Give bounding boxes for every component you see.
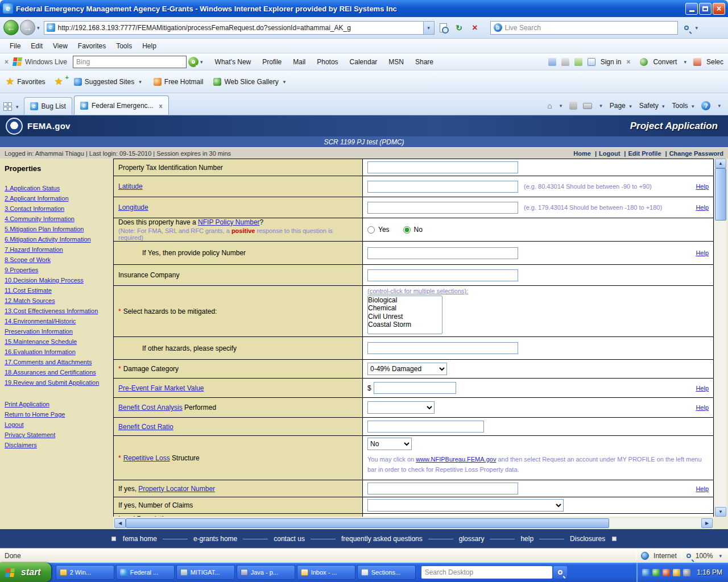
safety-menu-button[interactable]: Safety ▾ (639, 102, 667, 110)
other-hazards-input[interactable] (367, 342, 518, 354)
refresh-button[interactable]: ↻ (452, 21, 466, 35)
benefit-cost-ratio-link[interactable]: Benefit Cost Ratio (118, 423, 173, 431)
sidebar-item[interactable]: 19.Review and Submit Application (5, 377, 109, 388)
zoom-level[interactable]: 100% (696, 552, 713, 560)
benefit-cost-analysis-link[interactable]: Benefit Cost Analysis (118, 404, 183, 411)
share-icon[interactable] (548, 58, 556, 66)
nfip-policy-number-link[interactable]: NFIP Policy Number (198, 218, 259, 226)
nfip-bureau-link[interactable]: www.NFIPBureau.FEMA.gov (416, 456, 496, 463)
tab-bug-list[interactable]: e Bug List (24, 97, 72, 115)
tray-messenger-icon[interactable] (683, 569, 690, 576)
sidebar-item[interactable]: 1.Application Status (5, 183, 109, 193)
insurance-company-input[interactable] (367, 269, 518, 281)
sidebar-action-link[interactable]: Print Application (5, 399, 109, 409)
help-link[interactable]: Help (696, 404, 709, 411)
print-icon[interactable] (583, 103, 592, 109)
scroll-up-icon[interactable]: ▲ (715, 159, 726, 168)
longitude-link[interactable]: Longitude (118, 203, 148, 211)
convert-button[interactable]: Convert (653, 58, 677, 66)
pre-event-value-input[interactable] (374, 382, 456, 394)
taskbar-item-inbox[interactable]: Inbox - ... (297, 565, 355, 580)
policy-number-input[interactable] (367, 247, 518, 259)
sidebar-item[interactable]: 9.Properties (5, 265, 109, 275)
search-options-icon[interactable]: ▾ (696, 25, 698, 31)
select-button[interactable]: Selec (706, 58, 723, 66)
repetitive-loss-link[interactable]: Repetitive Loss (123, 454, 170, 462)
footer-link[interactable]: glossary (459, 535, 521, 543)
bca-performed-select[interactable] (367, 401, 435, 414)
help-link[interactable]: Help (696, 485, 709, 492)
taskbar-item-mitigation[interactable]: MITIGAT... (176, 565, 235, 580)
close-button[interactable]: × (713, 3, 725, 15)
property-locator-link[interactable]: Property Locator Number (138, 485, 215, 493)
favorites-label[interactable]: Favorites (17, 78, 45, 86)
help-link[interactable]: Help (696, 250, 709, 256)
live-toolbar-link[interactable]: What's New (215, 58, 251, 66)
sidebar-item[interactable]: 16.Evaluation Information (5, 347, 109, 357)
back-button[interactable]: ← (3, 20, 19, 35)
home-dropdown-icon[interactable]: ▾ (560, 103, 562, 109)
taskbar-item-java[interactable]: Java - p... (237, 565, 295, 580)
menu-item[interactable]: Help (137, 40, 162, 52)
sidebar-action-link[interactable]: Logout (5, 419, 109, 430)
footer-link[interactable]: Disclosures (570, 535, 605, 543)
menu-item[interactable]: File (5, 40, 26, 52)
live-search-input[interactable] (505, 24, 675, 32)
taskbar-item-explorer[interactable]: 2 Win... (56, 565, 114, 580)
nfip-no-radio[interactable] (403, 226, 411, 234)
number-of-claims-select[interactable] (367, 499, 564, 512)
sidebar-item[interactable]: 7.Hazard Information (5, 244, 109, 255)
live-toolbar-link[interactable]: Mail (293, 58, 305, 66)
menu-item[interactable]: Tools (111, 40, 137, 52)
url-box[interactable]: e (44, 21, 424, 35)
page-menu-button[interactable]: Page ▾ (610, 102, 634, 110)
taskbar-item-ie[interactable]: Federal ... (116, 565, 175, 580)
latitude-input[interactable] (367, 181, 518, 193)
property-locator-input[interactable] (367, 483, 518, 494)
vertical-scroll-thumb[interactable] (715, 168, 726, 221)
sidebar-item[interactable]: 6.Mitigation Activity Information (5, 234, 109, 244)
grid-icon[interactable] (561, 58, 569, 66)
property-tax-input[interactable] (367, 161, 518, 173)
footer-link[interactable]: help (520, 535, 570, 543)
tray-volume-icon[interactable] (673, 569, 680, 576)
sidebar-action-link[interactable]: Disclaimers (5, 440, 109, 450)
sidebar-action-link[interactable]: Privacy Statement (5, 430, 109, 440)
favorites-item-web-slice-gallery[interactable]: Web Slice Gallery ▾ (213, 78, 287, 86)
start-button[interactable]: start (0, 563, 51, 582)
horizontal-scrollbar[interactable]: ◀ ▶ (113, 517, 714, 529)
vertical-scrollbar[interactable]: ▲ ▼ (714, 159, 728, 529)
horizontal-scroll-thumb[interactable] (126, 518, 609, 528)
repetitive-loss-select[interactable]: No (367, 438, 412, 450)
sidebar-item[interactable]: 13.Cost Effectiveness Information (5, 306, 109, 316)
bing-search-box[interactable] (73, 56, 187, 68)
sidebar-item[interactable]: 15.Maintenance Schedule (5, 336, 109, 347)
footer-link[interactable]: frequently asked questions (341, 535, 459, 543)
add-favorite-icon[interactable]: ★+ (55, 76, 66, 88)
url-input[interactable] (58, 24, 421, 32)
menu-item[interactable]: Edit (26, 40, 48, 52)
live-toolbar-link[interactable]: Photos (317, 58, 338, 66)
sidebar-item[interactable]: 11.Cost Estimate (5, 285, 109, 296)
minimize-button[interactable] (685, 3, 698, 15)
url-dropdown-button[interactable]: ▾ (424, 21, 435, 35)
bing-go-button[interactable] (188, 57, 198, 67)
live-toolbar-link[interactable]: Share (415, 58, 433, 66)
footer-link[interactable]: contact us (274, 535, 341, 543)
sidebar-item[interactable]: 5.Mitigation Plan Information (5, 224, 109, 234)
session-link[interactable]: Logout (599, 150, 628, 157)
tab-federal-emergency[interactable]: e Federal Emergenc... x (74, 95, 169, 115)
zoom-dropdown-icon[interactable]: ▾ (719, 553, 722, 559)
help-dropdown-icon[interactable]: ▾ (718, 103, 721, 109)
nfip-yes-radio[interactable] (367, 226, 375, 234)
live-toolbar-link[interactable]: Profile (262, 58, 282, 66)
hazards-multiselect[interactable]: BiologicalChemicalCivil UnrestCoastal St… (367, 296, 442, 334)
sidebar-item[interactable]: 12.Match Sources (5, 296, 109, 306)
latitude-link[interactable]: Latitude (118, 182, 143, 190)
sidebar-action-link[interactable]: Return to Home Page (5, 409, 109, 419)
bing-options-icon[interactable]: ▾ (200, 59, 203, 65)
benefit-cost-ratio-input[interactable] (367, 421, 484, 433)
live-toolbar-link[interactable]: Calendar (350, 58, 378, 66)
favorites-star-icon[interactable]: ★ (6, 76, 14, 88)
damage-category-select[interactable]: 0-49% Damaged (367, 363, 447, 375)
